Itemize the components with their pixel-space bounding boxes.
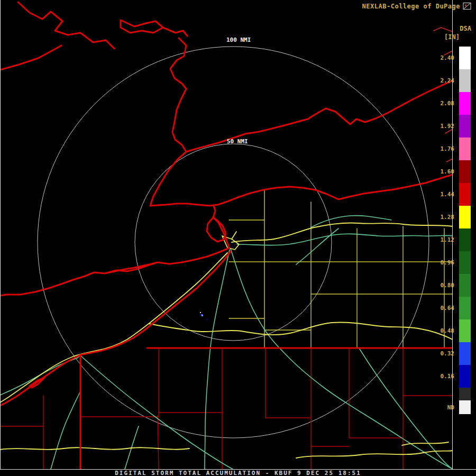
colorbar-row: 0.80 (430, 274, 471, 297)
brand-title: NEXLAB-College of DuPage (362, 3, 460, 10)
colorbar-swatch (459, 274, 471, 297)
colorbar: 2.402.242.081.921.761.601.441.281.120.96… (430, 47, 471, 414)
colorbar-row: 0.16 (430, 365, 471, 388)
colorbar-swatch (459, 138, 471, 160)
colorbar-tick-label: 2.40 (430, 54, 459, 61)
map-canvas (0, 0, 453, 469)
range-ring-label-50nmi: 50 NMI (227, 138, 248, 145)
precip-echo-pixel (206, 319, 207, 320)
colorbar-tick-label: 0.80 (430, 282, 459, 289)
precip-echo (200, 312, 207, 320)
colorbar-row: 0.32 (430, 342, 471, 365)
colorbar-tick-label: 0.16 (430, 373, 459, 380)
colorbar-tick-label: 1.92 (430, 123, 459, 130)
colorbar-row: 1.92 (430, 115, 471, 138)
colorbar-swatch (459, 297, 471, 319)
colorbar-row: 2.24 (430, 69, 471, 92)
colorbar-tick-label: 2.24 (430, 77, 459, 84)
precip-echo-pixel (202, 315, 203, 316)
colorbar-tick-label: 1.12 (430, 236, 459, 243)
colorbar-swatch (459, 115, 471, 138)
colorbar-row: 2.40 (430, 47, 471, 69)
roads (0, 216, 453, 469)
colorbar-swatch (459, 251, 471, 274)
colorbar-tick-label: ND (430, 404, 459, 411)
colorbar-swatch (459, 69, 471, 92)
colorbar-swatch (459, 92, 471, 115)
colorbar-swatch (459, 206, 471, 228)
colorbar-tick-label: 1.60 (430, 168, 459, 175)
colorbar-swatch (459, 183, 471, 206)
colorbar-row: 1.44 (430, 183, 471, 206)
colorbar-tick-label: 0.96 (430, 259, 459, 266)
colorbar-tick-label: 0.64 (430, 305, 459, 312)
colorbar-row: 1.76 (430, 138, 471, 160)
colorbar-swatch (459, 342, 471, 365)
product-caption: DIGITAL STORM TOTAL ACCUMULATION - KBUF … (0, 469, 476, 476)
map-border-left (0, 0, 1, 469)
colorbar-row: 1.60 (430, 160, 471, 183)
ny-pa-state-border (80, 348, 453, 469)
colorbar-tick-label: 1.28 (430, 214, 459, 221)
colorbar-row: 0.64 (430, 297, 471, 319)
range-ring-label-100nmi: 100 NMI (226, 36, 251, 43)
units-label: [IN] (444, 33, 460, 41)
colorbar-swatch (459, 47, 471, 69)
colorbar-swatch (459, 388, 471, 400)
colorbar-tick-label: 0.32 (430, 350, 459, 357)
colorbar-row: 0.96 (430, 251, 471, 274)
lake-ontario-shoreline (150, 80, 453, 206)
precip-echo-pixel (200, 312, 201, 313)
colorbar-row: 1.28 (430, 206, 471, 228)
colorbar-row: 2.08 (430, 92, 471, 115)
colorbar-swatch (459, 160, 471, 183)
colorbar-tick-label: 2.08 (430, 100, 459, 107)
colorbar-swatch (459, 365, 471, 388)
colorbar-tick-label: 1.44 (430, 191, 459, 198)
colorbar-swatch (459, 319, 471, 342)
canada-shoreline (0, 2, 187, 110)
niagara-river (207, 206, 229, 247)
shorelines-and-borders (0, 2, 453, 469)
product-code-label: DSA (460, 25, 471, 32)
cod-logo-icon (463, 2, 472, 11)
colorbar-row: ND (430, 400, 471, 414)
radar-viewer: 100 NMI 50 NMI NEXLAB-College of DuPage … (0, 0, 476, 476)
colorbar-swatch (459, 400, 471, 414)
colorbar-tick-label: 1.76 (430, 145, 459, 152)
colorbar-tick-label: 0.48 (430, 327, 459, 334)
colorbar-row: 0.48 (430, 319, 471, 342)
ny-county-lines (229, 190, 453, 348)
colorbar-row: 1.12 (430, 228, 471, 251)
lake-erie-shoreline (0, 248, 231, 406)
colorbar-swatch (459, 228, 471, 251)
colorbar-row (430, 388, 471, 400)
